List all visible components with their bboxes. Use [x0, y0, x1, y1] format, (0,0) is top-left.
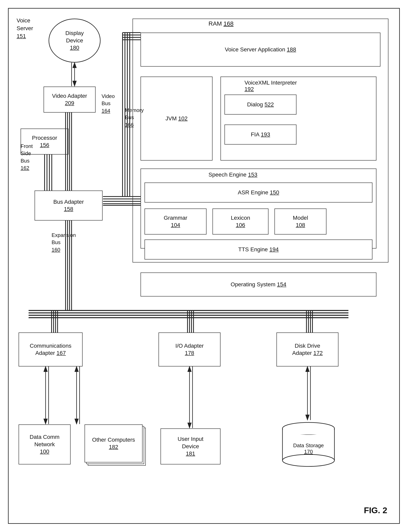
front-side-bus-label: Front Side Bus 162	[21, 143, 33, 172]
jvm-text: JVM 102	[166, 115, 188, 122]
grammar-text: Grammar104	[164, 214, 187, 229]
io-adapter-text: I/O Adapter 178	[175, 342, 204, 357]
data-comm-box: Data Comm Network 100	[19, 424, 71, 464]
comm-adapter-box: Communications Adapter 167	[19, 333, 83, 367]
model-box: Model108	[274, 208, 326, 234]
os-text: Operating System 154	[231, 281, 287, 288]
svg-point-2	[282, 455, 334, 466]
lexicon-text: Lexicon106	[231, 214, 250, 229]
voicexml-label: VoiceXML Interpreter192	[245, 80, 297, 92]
os-box: Operating System 154	[141, 273, 376, 297]
vsa-text: Voice Server Application 188	[225, 46, 296, 53]
asr-box: ASR Engine 150	[144, 182, 372, 203]
voice-server-label: Voice Server 151	[17, 17, 33, 40]
video-adapter-box: Video Adapter 209	[43, 86, 95, 112]
tts-text: TTS Engine 194	[238, 246, 279, 253]
processor-text: Processor 156	[32, 134, 57, 149]
speech-engine-label: Speech Engine 153	[209, 172, 257, 178]
video-bus-label: Video Bus 164	[102, 93, 115, 114]
lexicon-box: Lexicon106	[212, 208, 268, 234]
tts-box: TTS Engine 194	[144, 240, 372, 259]
dialog-text: Dialog 522	[247, 101, 274, 108]
model-text: Model108	[293, 214, 308, 229]
grammar-box: Grammar104	[144, 208, 206, 234]
disk-adapter-box: Disk Drive Adapter 172	[276, 333, 339, 367]
display-text: Display Device 180	[65, 30, 84, 51]
svg-rect-3	[283, 429, 334, 434]
disk-adapter-text: Disk Drive Adapter 172	[292, 342, 323, 357]
jvm-box: JVM 102	[141, 77, 212, 161]
expansion-bus-label: Expansion Bus 160	[51, 232, 76, 253]
user-input-box: User Input Device 181	[161, 429, 221, 464]
bus-adapter-box: Bus Adapter 158	[34, 190, 102, 221]
other-computers-text: Other Computers 182	[92, 436, 135, 451]
diagram-page: Voice Server 151 RAM 168 Voice Server Ap…	[8, 8, 400, 524]
display-oval: Display Device 180	[49, 19, 101, 63]
memory-bus-label: Memory Bus 166	[125, 107, 144, 128]
ram-label: RAM 168	[209, 20, 233, 27]
comm-adapter-text: Communications Adapter 167	[30, 342, 72, 357]
data-comm-text: Data Comm Network 100	[30, 433, 59, 455]
dialog-box: Dialog 522	[224, 94, 297, 115]
io-adapter-box: I/O Adapter 178	[159, 333, 221, 367]
other-computers-stack: Other Computers 182	[85, 424, 151, 471]
fig-label: FIG. 2	[364, 506, 387, 515]
asr-text: ASR Engine 150	[238, 189, 279, 196]
voicexml-box	[221, 77, 376, 161]
user-input-text: User Input Device 181	[178, 435, 203, 457]
vsa-box: Voice Server Application 188	[141, 33, 380, 67]
fia-box: FIA 193	[224, 125, 297, 145]
data-storage-cylinder: Data Storage 170	[279, 420, 339, 468]
fia-text: FIA 193	[251, 131, 270, 138]
video-adapter-text: Video Adapter 209	[52, 92, 87, 107]
bus-adapter-text: Bus Adapter 158	[53, 198, 84, 213]
